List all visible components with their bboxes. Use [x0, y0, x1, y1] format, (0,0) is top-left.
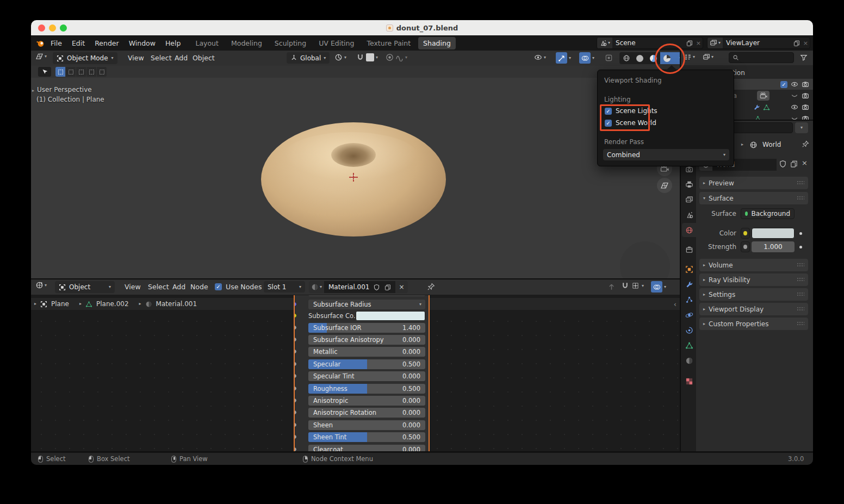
panel-settings[interactable]: ▸Settings	[699, 288, 808, 301]
select-mode-set-button[interactable]	[55, 67, 65, 77]
tab-shading[interactable]: Shading	[418, 37, 456, 49]
zoom-traffic-light[interactable]	[60, 24, 67, 32]
breadcrumb-mesh[interactable]: Plane.002	[96, 300, 129, 308]
menu-window[interactable]: Window	[127, 38, 158, 49]
pin-icon[interactable]	[427, 283, 435, 291]
shading-solid-button[interactable]	[633, 52, 647, 64]
eye-closed-icon[interactable]	[791, 92, 798, 99]
socket-subsurface-radius[interactable]	[294, 302, 297, 307]
fake-user-shield-icon[interactable]	[779, 160, 787, 168]
tab-texture-paint[interactable]: Texture Paint	[362, 37, 415, 49]
properties-tab-texture[interactable]	[682, 374, 696, 388]
surface-shader-button[interactable]: Background	[741, 208, 795, 219]
blender-logo-icon[interactable]	[36, 39, 45, 48]
properties-tab-object[interactable]	[682, 262, 696, 276]
snap-toggle[interactable]: ▾	[356, 53, 378, 61]
viewport-menu-select[interactable]: Select	[151, 54, 172, 62]
properties-tab-physics[interactable]	[682, 308, 696, 322]
outliner-search-input[interactable]	[729, 52, 794, 63]
collection-exclude-checkbox[interactable]	[780, 81, 787, 88]
select-mode-extend-button[interactable]	[66, 67, 76, 77]
socket-clearcoat[interactable]	[294, 447, 297, 451]
copy-datablock-icon[interactable]	[790, 160, 798, 168]
animate-color-dot[interactable]	[799, 232, 802, 235]
shading-material-preview-button[interactable]	[647, 52, 660, 64]
shading-dropdown-button[interactable]: ▾	[674, 52, 680, 64]
viewport-grid-view-button[interactable]	[657, 178, 672, 193]
anisotropic-rotation-slider[interactable]: Anisotropic Rotation0.000	[308, 408, 425, 418]
socket-subsurface-color[interactable]	[294, 313, 297, 318]
drag-dots-icon[interactable]	[797, 307, 804, 312]
properties-tab-world[interactable]	[682, 223, 696, 237]
viewport-menu-object[interactable]: Object	[193, 54, 215, 62]
socket-specular-tint[interactable]	[294, 374, 297, 378]
fake-user-shield-icon[interactable]	[373, 284, 380, 291]
metallic-slider[interactable]: Metallic0.000	[308, 347, 425, 357]
menu-help[interactable]: Help	[163, 38, 183, 49]
socket-sheen[interactable]	[294, 422, 297, 427]
scene-world-option[interactable]: Scene World	[605, 119, 656, 127]
tab-sculpting[interactable]: Sculpting	[270, 37, 311, 49]
titlebar[interactable]: donut_07.blend	[31, 20, 813, 35]
camera-render-icon[interactable]	[802, 103, 809, 111]
node-snap-toggle[interactable]: ▾	[621, 282, 644, 290]
panel-ray-visibility[interactable]: ▸Ray Visibility	[699, 273, 808, 286]
proportional-editing-toggle[interactable]: ▾	[386, 53, 407, 61]
unlink-material-icon[interactable]: ×	[395, 281, 407, 293]
viewport-3d[interactable]: ▾ Object Mode▾ View Select Add Object Gl…	[31, 51, 680, 278]
shader-menu-view[interactable]: View	[125, 283, 141, 291]
panel-custom-properties[interactable]: ▸Custom Properties	[699, 318, 808, 330]
shader-menu-add[interactable]: Add	[172, 283, 185, 291]
subsurface-ior-slider[interactable]: Subsurface IOR1.400	[308, 323, 425, 333]
tab-uv-editing[interactable]: UV Editing	[314, 37, 359, 49]
properties-tab-output[interactable]	[682, 177, 696, 191]
menu-edit[interactable]: Edit	[70, 38, 87, 49]
viewlayer-name[interactable]: ViewLayer	[723, 39, 791, 47]
drag-dots-icon[interactable]	[797, 196, 804, 201]
viewlayer-browse-button[interactable]: ▾	[708, 38, 723, 48]
scene-unlink-icon[interactable]: ×	[694, 40, 703, 47]
properties-tab-collection[interactable]	[682, 242, 696, 257]
shading-rendered-button[interactable]	[660, 52, 674, 64]
render-pass-dropdown[interactable]: Combined▾	[603, 149, 729, 160]
socket-anisotropic[interactable]	[294, 398, 297, 403]
viewlayer-remove-icon[interactable]: ×	[802, 40, 810, 47]
breadcrumb-object[interactable]: Plane	[51, 300, 69, 308]
properties-filter-dropdown[interactable]: ▾	[795, 122, 808, 133]
viewport-menu-add[interactable]: Add	[175, 54, 188, 62]
minimize-traffic-light[interactable]	[49, 24, 56, 32]
pivot-point-dropdown[interactable]: ▾	[334, 53, 346, 61]
drag-dots-icon[interactable]	[797, 181, 804, 185]
shader-type-dropdown[interactable]: Object▾	[55, 281, 115, 293]
parent-node-tree-icon[interactable]	[607, 283, 616, 291]
drag-dots-icon[interactable]	[797, 263, 804, 267]
specular-slider[interactable]: Specular0.500	[308, 359, 425, 369]
gizmos-toggle[interactable]: ▾	[556, 52, 571, 64]
breadcrumb-material[interactable]: Material.001	[156, 300, 197, 308]
unlink-world-icon[interactable]: ×	[802, 159, 808, 167]
camera-render-icon[interactable]	[802, 92, 809, 99]
select-mode-intersect-button[interactable]	[97, 67, 107, 77]
socket-specular[interactable]	[294, 362, 297, 366]
shader-menu-select[interactable]: Select	[148, 283, 169, 291]
tab-modeling[interactable]: Modeling	[226, 37, 267, 49]
copy-material-icon[interactable]	[384, 284, 391, 291]
scene-world-checkbox[interactable]	[605, 120, 612, 127]
roughness-slider[interactable]: Roughness0.500	[308, 384, 425, 394]
strength-slider[interactable]: 1.000	[752, 241, 795, 252]
drag-dots-icon[interactable]	[797, 292, 804, 297]
properties-tab-view-layer[interactable]	[682, 192, 696, 207]
menu-render[interactable]: Render	[92, 38, 121, 49]
outliner-scope-dropdown[interactable]: ▾	[703, 53, 713, 61]
viewport-overlay-collapse-icon[interactable]: ▸	[32, 89, 34, 93]
menu-file[interactable]: File	[48, 38, 64, 49]
viewport-menu-view[interactable]: View	[128, 54, 144, 62]
outliner-display-mode-dropdown[interactable]: ▾	[684, 53, 695, 61]
camera-render-icon[interactable]	[802, 80, 809, 88]
scene-copy-icon[interactable]	[684, 40, 694, 47]
drag-dots-icon[interactable]	[797, 321, 804, 326]
world-color-swatch[interactable]	[752, 228, 795, 239]
eye-closed-icon[interactable]	[791, 115, 798, 120]
viewport-editor-type-button[interactable]: ▾	[35, 52, 47, 60]
material-slot-dropdown[interactable]: Slot 1▾	[264, 281, 305, 293]
